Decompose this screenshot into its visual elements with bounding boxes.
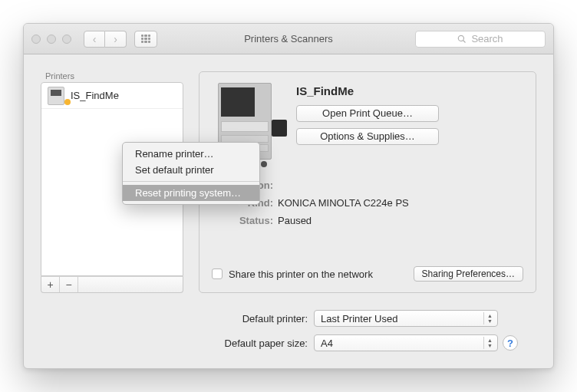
nav-back-forward: ‹ › bbox=[84, 31, 127, 48]
forward-button[interactable]: › bbox=[105, 31, 127, 48]
zoom-window-button[interactable] bbox=[62, 35, 71, 44]
minimize-window-button[interactable] bbox=[47, 35, 56, 44]
preferences-window: ‹ › Printers & Scanners Search Printers … bbox=[23, 23, 554, 369]
printer-item-name: IS_FindMe bbox=[71, 90, 119, 101]
share-row: Share this printer on the network Sharin… bbox=[212, 255, 523, 282]
printer-name: IS_FindMe bbox=[296, 84, 523, 97]
grid-icon bbox=[141, 35, 150, 44]
open-print-queue-button[interactable]: Open Print Queue… bbox=[296, 105, 439, 122]
context-separator bbox=[123, 181, 259, 182]
show-all-button[interactable] bbox=[134, 31, 157, 48]
context-set-default-printer[interactable]: Set default printer bbox=[123, 162, 259, 178]
help-button[interactable]: ? bbox=[503, 335, 518, 351]
search-placeholder: Search bbox=[471, 33, 503, 44]
window-controls bbox=[31, 35, 71, 44]
context-menu: Rename printer… Set default printer Rese… bbox=[122, 142, 260, 205]
default-printer-select[interactable]: Last Printer Used ▲▼ bbox=[314, 310, 498, 327]
printer-icon bbox=[48, 87, 64, 105]
printers-heading: Printers bbox=[41, 71, 183, 82]
remove-printer-button[interactable]: − bbox=[60, 277, 78, 292]
printer-list-item[interactable]: IS_FindMe bbox=[41, 83, 183, 109]
default-paper-size-value: A4 bbox=[321, 338, 333, 349]
default-paper-size-select[interactable]: A4 ▲▼ bbox=[314, 334, 498, 351]
select-arrows-icon: ▲▼ bbox=[483, 337, 496, 349]
add-printer-button[interactable]: + bbox=[41, 277, 60, 292]
default-paper-size-label: Default paper size: bbox=[41, 338, 314, 349]
close-window-button[interactable] bbox=[31, 35, 41, 44]
share-printer-checkbox[interactable] bbox=[212, 268, 223, 279]
options-supplies-button[interactable]: Options & Supplies… bbox=[296, 128, 439, 145]
kind-value: KONICA MINOLTA C224e PS bbox=[278, 197, 523, 209]
context-rename-printer[interactable]: Rename printer… bbox=[123, 146, 259, 162]
search-field[interactable]: Search bbox=[415, 31, 546, 48]
status-value: Paused bbox=[278, 215, 523, 226]
default-printer-value: Last Printer Used bbox=[321, 313, 397, 324]
content: Printers IS_FindMe + − bbox=[24, 54, 553, 368]
back-button[interactable]: ‹ bbox=[84, 31, 105, 48]
select-arrows-icon: ▲▼ bbox=[483, 312, 496, 324]
sharing-preferences-button[interactable]: Sharing Preferences… bbox=[414, 266, 523, 282]
footer: Default printer: Last Printer Used ▲▼ De… bbox=[41, 307, 536, 351]
status-label: Status: bbox=[212, 215, 278, 226]
context-reset-printing-system[interactable]: Reset printing system… bbox=[123, 185, 259, 201]
add-remove-toolbar: + − bbox=[41, 276, 183, 293]
search-icon bbox=[457, 35, 467, 44]
printer-status-dot bbox=[64, 99, 71, 105]
location-value bbox=[278, 180, 523, 191]
default-printer-label: Default printer: bbox=[41, 313, 314, 324]
share-printer-label: Share this printer on the network bbox=[229, 268, 373, 280]
titlebar: ‹ › Printers & Scanners Search bbox=[24, 24, 553, 54]
